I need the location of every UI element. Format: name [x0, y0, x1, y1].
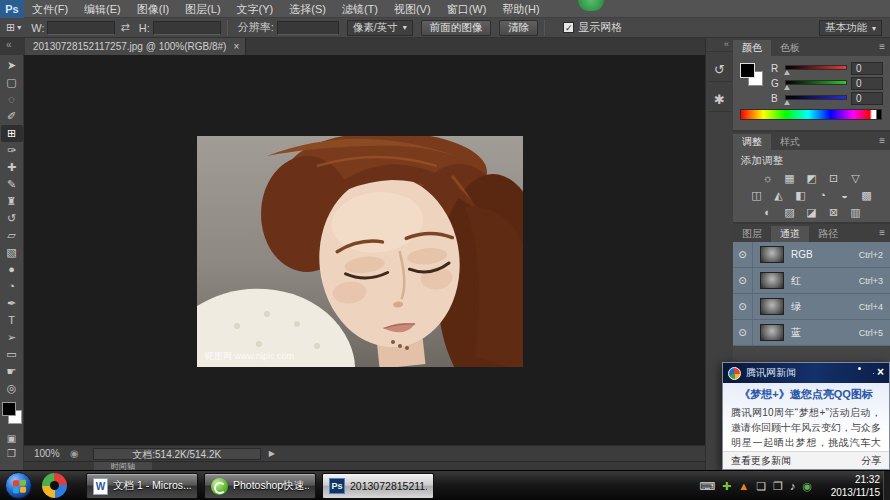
- type-tool[interactable]: T: [1, 312, 23, 329]
- tools-collapse-icon[interactable]: «: [6, 39, 12, 50]
- width-input[interactable]: [47, 21, 115, 35]
- tab-swatches[interactable]: 色板: [771, 40, 809, 56]
- threshold-icon[interactable]: ◪: [802, 205, 821, 220]
- network-tray-icon[interactable]: ❐: [773, 480, 783, 493]
- alert-tray-icon[interactable]: ▲: [738, 480, 749, 492]
- blur-tool[interactable]: ●: [1, 261, 23, 278]
- menu-window[interactable]: 窗口(W): [439, 0, 495, 18]
- foreground-color-swatch[interactable]: [2, 402, 16, 416]
- photo-filter-icon[interactable]: ◔: [813, 188, 832, 203]
- share-link[interactable]: 分享: [861, 454, 881, 468]
- front-image-button[interactable]: 前面的图像: [421, 20, 492, 36]
- crop-tool-preset[interactable]: ⊞ ▾: [0, 21, 27, 34]
- menu-edit[interactable]: 编辑(E): [76, 0, 129, 18]
- tab-adjustments[interactable]: 调整: [733, 134, 771, 150]
- tab-channels[interactable]: 通道: [771, 226, 809, 242]
- path-selection-tool[interactable]: ➢: [1, 329, 23, 346]
- tab-color[interactable]: 颜色: [733, 40, 771, 56]
- gradient-tool[interactable]: ▧: [1, 244, 23, 261]
- show-desktop-button[interactable]: [883, 471, 890, 500]
- canvas-area[interactable]: 昵图网 www.nipic.com: [24, 55, 705, 445]
- panel-menu-icon[interactable]: ≡: [879, 41, 885, 52]
- eyedropper-tool[interactable]: ✑: [1, 142, 23, 159]
- status-expand-icon[interactable]: ▶: [269, 449, 275, 458]
- photo-document[interactable]: 昵图网 www.nipic.com: [197, 136, 523, 367]
- slider-thumb[interactable]: [784, 85, 790, 90]
- channel-mixer-icon[interactable]: ◒: [835, 188, 854, 203]
- close-icon[interactable]: ×: [877, 365, 884, 379]
- swap-dimensions-icon[interactable]: ⇄: [120, 21, 129, 34]
- posterize-icon[interactable]: ▨: [780, 205, 799, 220]
- color-spectrum-ramp[interactable]: [740, 109, 882, 120]
- green-slider[interactable]: [785, 78, 847, 90]
- lasso-tool[interactable]: ◌: [1, 91, 23, 108]
- panel-menu-icon[interactable]: ≡: [879, 227, 885, 238]
- blue-value[interactable]: 0: [851, 92, 883, 105]
- levels-icon[interactable]: ▦: [780, 171, 799, 186]
- menu-file[interactable]: 文件(F): [24, 0, 76, 18]
- history-panel-icon[interactable]: ↺: [708, 58, 732, 82]
- exposure-icon[interactable]: ⊡: [824, 171, 843, 186]
- clear-button[interactable]: 清除: [499, 20, 538, 36]
- crop-tool[interactable]: ⊞: [1, 125, 23, 142]
- invert-icon[interactable]: ◐: [758, 205, 777, 220]
- curves-icon[interactable]: ◩: [802, 171, 821, 186]
- resolution-unit-select[interactable]: 像素/英寸 ▾: [347, 20, 413, 36]
- menu-layer[interactable]: 图层(L): [177, 0, 228, 18]
- taskbar-clock[interactable]: 21:32 2013/11/15: [831, 473, 880, 499]
- green-plus-tray-icon[interactable]: ✚: [722, 480, 731, 493]
- quick-mask-button[interactable]: ▣: [1, 431, 23, 446]
- show-grid-checkbox[interactable]: ✓: [563, 22, 574, 33]
- tab-layers[interactable]: 图层: [733, 226, 771, 242]
- tab-styles[interactable]: 样式: [771, 134, 809, 150]
- launcher-pinwheel-icon[interactable]: [42, 473, 67, 498]
- red-slider[interactable]: [785, 63, 847, 75]
- eraser-tool[interactable]: ▱: [1, 227, 23, 244]
- visibility-eye-icon[interactable]: ⊙: [733, 242, 753, 267]
- gradient-map-icon[interactable]: ▥: [846, 205, 865, 220]
- color-lookup-icon[interactable]: ▩: [857, 188, 876, 203]
- slider-thumb[interactable]: [784, 70, 790, 75]
- zoom-level[interactable]: 100%: [34, 448, 70, 459]
- keyboard-tray-icon[interactable]: ⌨: [699, 480, 715, 493]
- channel-row-blue[interactable]: ⊙ 蓝 Ctrl+5: [733, 320, 890, 346]
- document-tab[interactable]: 20130728152117257.jpg @ 100%(RGB/8#) ×: [25, 38, 246, 55]
- document-size-info[interactable]: 文档:514.2K/514.2K: [93, 448, 261, 460]
- hand-tool[interactable]: ☛: [1, 363, 23, 380]
- clipboard-tray-icon[interactable]: ❏: [756, 480, 766, 493]
- menu-image[interactable]: 图像(I): [129, 0, 177, 18]
- menu-select[interactable]: 选择(S): [281, 0, 334, 18]
- brush-tool[interactable]: ✎: [1, 176, 23, 193]
- color-balance-icon[interactable]: ◭: [769, 188, 788, 203]
- resolution-input[interactable]: [277, 21, 339, 35]
- visibility-eye-icon[interactable]: ⊙: [733, 320, 753, 345]
- black-white-icon[interactable]: ◧: [791, 188, 810, 203]
- color-swatches[interactable]: [1, 401, 23, 431]
- panel-menu-icon[interactable]: ≡: [879, 135, 885, 146]
- channel-row-rgb[interactable]: ⊙ RGB Ctrl+2: [733, 242, 890, 268]
- hue-saturation-icon[interactable]: ◫: [747, 188, 766, 203]
- healing-brush-tool[interactable]: ✚: [1, 159, 23, 176]
- close-icon[interactable]: ×: [233, 41, 239, 52]
- slider-thumb[interactable]: [784, 100, 790, 105]
- shape-tool[interactable]: ▭: [1, 346, 23, 363]
- taskbar-item-browser[interactable]: Photoshop快速...: [204, 473, 316, 499]
- clone-stamp-tool[interactable]: ♜: [1, 193, 23, 210]
- foreground-color-swatch[interactable]: [740, 63, 755, 78]
- taskbar-item-photoshop[interactable]: Ps 2013072815211...: [322, 473, 434, 499]
- green-value[interactable]: 0: [851, 77, 883, 90]
- taskbar-item-word[interactable]: W 文档 1 - Micros...: [86, 473, 198, 499]
- pen-tool[interactable]: ✒: [1, 295, 23, 312]
- info-panel-icon[interactable]: ✱: [708, 88, 732, 112]
- more-news-link[interactable]: 查看更多新闻: [731, 454, 791, 468]
- brightness-contrast-icon[interactable]: ☼: [758, 171, 777, 186]
- screen-mode-button[interactable]: ❐: [1, 446, 23, 461]
- visibility-eye-icon[interactable]: ⊙: [733, 294, 753, 319]
- security-shield-tray-icon[interactable]: ◉: [802, 480, 812, 493]
- height-input[interactable]: [153, 21, 221, 35]
- selective-color-icon[interactable]: ⊠: [824, 205, 843, 220]
- menu-filter[interactable]: 滤镜(T): [334, 0, 386, 18]
- red-value[interactable]: 0: [851, 62, 883, 75]
- expand-panels-icon[interactable]: «: [706, 38, 733, 52]
- panel-color-swatches[interactable]: [740, 63, 766, 89]
